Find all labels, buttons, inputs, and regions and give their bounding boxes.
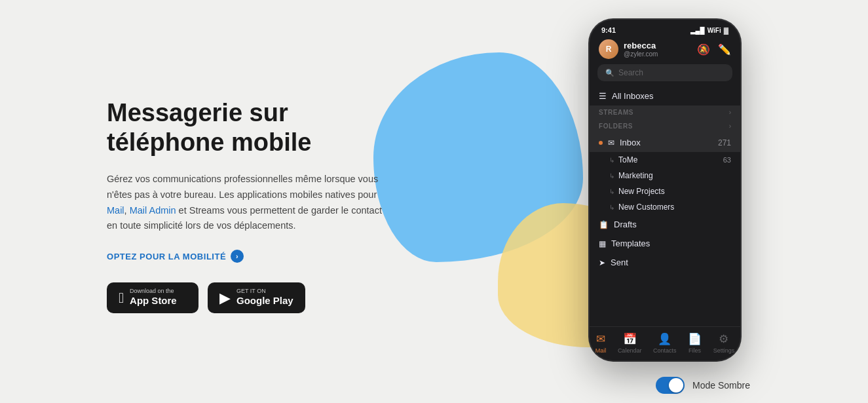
streams-section-header[interactable]: STREAMS ›: [590, 106, 740, 119]
inbox-label: Inbox: [620, 138, 641, 147]
google-play-top-text: GET IT ON: [236, 288, 293, 294]
new-projects-label: New Projects: [618, 187, 665, 196]
sent-nav-item[interactable]: ➤ Sent: [590, 253, 740, 272]
main-title: Messagerie sur téléphone mobile: [107, 98, 395, 157]
user-info: R rebecca @zyler.com: [599, 39, 658, 59]
sent-label: Sent: [611, 258, 628, 267]
marketing-sub-item[interactable]: ↳ Marketing: [590, 168, 740, 183]
tab-contacts[interactable]: 👤 Contacts: [653, 332, 677, 354]
files-tab-label: Files: [689, 347, 701, 354]
calendar-tab-label: Calendar: [618, 347, 642, 354]
folders-label: FOLDERS: [599, 123, 633, 130]
new-customers-left: ↳ New Customers: [609, 202, 674, 212]
dark-mode-row: Mode Sombre: [656, 377, 750, 394]
folders-section-header[interactable]: FOLDERS ›: [590, 119, 740, 133]
dark-mode-toggle[interactable]: [656, 377, 685, 394]
drafts-icon: 📋: [599, 220, 609, 229]
templates-icon: ▦: [599, 239, 606, 248]
sent-icon: ➤: [599, 258, 605, 267]
inbox-count: 271: [718, 138, 731, 147]
description: Gérez vos communications professionnelle…: [107, 172, 395, 235]
arrow-circle-icon: ›: [231, 250, 244, 263]
tome-count: 63: [723, 156, 731, 164]
sent-nav-left: ➤ Sent: [599, 258, 628, 267]
tab-files[interactable]: 📄 Files: [688, 332, 702, 354]
new-customers-sub-item[interactable]: ↳ New Customers: [590, 199, 740, 215]
tome-left: ↳ ToMe: [609, 155, 637, 164]
contacts-tab-label: Contacts: [653, 347, 677, 354]
search-bar[interactable]: 🔍 Search: [597, 64, 732, 81]
compose-icon[interactable]: ✏️: [718, 43, 731, 56]
user-name: rebecca: [624, 41, 658, 50]
signal-icon: ▂▄█: [690, 27, 705, 34]
new-projects-arrow-icon: ↳: [609, 188, 614, 195]
wifi-icon: WiFi: [708, 27, 721, 34]
tome-label: ToMe: [618, 155, 637, 164]
mute-icon[interactable]: 🔕: [697, 43, 710, 56]
marketing-label: Marketing: [618, 171, 653, 180]
streams-chevron-icon: ›: [729, 109, 731, 116]
mail-tab-icon: ✉: [596, 332, 605, 346]
marketing-left: ↳ Marketing: [609, 171, 653, 180]
toggle-knob: [669, 378, 683, 393]
app-store-button[interactable]:  Download on the App Store: [107, 282, 198, 313]
cta-link[interactable]: OPTEZ POUR LA MOBILITÉ ›: [107, 250, 244, 263]
folders-chevron-icon: ›: [729, 123, 731, 130]
battery-icon: ▓: [724, 27, 728, 34]
status-icons: ▂▄█ WiFi ▓: [690, 27, 728, 34]
avatar: R: [599, 39, 618, 59]
dark-mode-label: Mode Sombre: [692, 380, 750, 391]
apple-icon: : [119, 290, 124, 307]
user-header: R rebecca @zyler.com 🔕 ✏️: [590, 37, 740, 64]
search-icon: 🔍: [605, 69, 614, 77]
new-customers-arrow-icon: ↳: [609, 204, 614, 211]
templates-nav-item[interactable]: ▦ Templates: [590, 234, 740, 253]
new-projects-left: ↳ New Projects: [609, 187, 665, 196]
files-tab-icon: 📄: [688, 332, 702, 346]
status-time: 9:41: [601, 26, 616, 34]
tab-settings[interactable]: ⚙ Settings: [713, 332, 735, 354]
mail-link: Mail: [107, 205, 124, 216]
left-content: Messagerie sur téléphone mobile Gérez vo…: [107, 98, 395, 313]
drafts-label: Drafts: [614, 220, 637, 229]
header-actions: 🔕 ✏️: [697, 43, 731, 56]
templates-label: Templates: [611, 239, 650, 248]
mail-tab-label: Mail: [595, 347, 607, 354]
calendar-tab-icon: 📅: [623, 332, 637, 346]
templates-nav-left: ▦ Templates: [599, 239, 650, 248]
inbox-icon: ✉: [608, 138, 614, 147]
all-inboxes-icon: ☰: [599, 91, 607, 101]
marketing-arrow-icon: ↳: [609, 172, 614, 180]
all-inboxes-row[interactable]: ☰ All Inboxes: [590, 86, 740, 106]
new-projects-sub-item[interactable]: ↳ New Projects: [590, 183, 740, 199]
google-play-main-text: Google Play: [236, 294, 293, 307]
tab-mail[interactable]: ✉ Mail: [595, 332, 607, 354]
store-buttons:  Download on the App Store ▶ GET IT ON …: [107, 282, 395, 313]
inbox-nav-item[interactable]: ✉ Inbox 271: [590, 133, 740, 152]
new-customers-label: New Customers: [618, 202, 674, 212]
cta-text: OPTEZ POUR LA MOBILITÉ: [107, 252, 226, 261]
drafts-nav-left: 📋 Drafts: [599, 220, 637, 229]
tab-calendar[interactable]: 📅 Calendar: [618, 332, 642, 354]
settings-tab-label: Settings: [713, 347, 735, 354]
google-play-icon: ▶: [219, 290, 231, 307]
settings-tab-icon: ⚙: [719, 332, 728, 346]
streams-label: STREAMS: [599, 109, 633, 116]
search-text: Search: [618, 68, 643, 77]
status-bar: 9:41 ▂▄█ WiFi ▓: [590, 20, 740, 37]
inbox-nav-left: ✉ Inbox: [599, 138, 641, 147]
drafts-nav-item[interactable]: 📋 Drafts: [590, 215, 740, 234]
google-play-button[interactable]: ▶ GET IT ON Google Play: [208, 282, 305, 313]
app-store-top-text: Download on the: [130, 288, 177, 294]
user-details: rebecca @zyler.com: [624, 41, 658, 58]
phone-mockup: 9:41 ▂▄█ WiFi ▓ R rebecca @zyler.com 🔕 ✏…: [590, 20, 740, 360]
user-email: @zyler.com: [624, 50, 658, 58]
tome-arrow-icon: ↳: [609, 157, 614, 164]
phone-screen: 9:41 ▂▄█ WiFi ▓ R rebecca @zyler.com 🔕 ✏…: [590, 20, 740, 360]
tome-sub-item[interactable]: ↳ ToMe 63: [590, 152, 740, 168]
bottom-tabs: ✉ Mail 📅 Calendar 👤 Contacts 📄 Files ⚙ S…: [590, 326, 740, 360]
inbox-active-dot: [599, 141, 603, 145]
app-store-main-text: App Store: [130, 294, 177, 307]
all-inboxes-label: All Inboxes: [612, 91, 654, 101]
sidebar-content: ☰ All Inboxes STREAMS › FOLDERS › ✉ Inbo…: [590, 86, 740, 326]
